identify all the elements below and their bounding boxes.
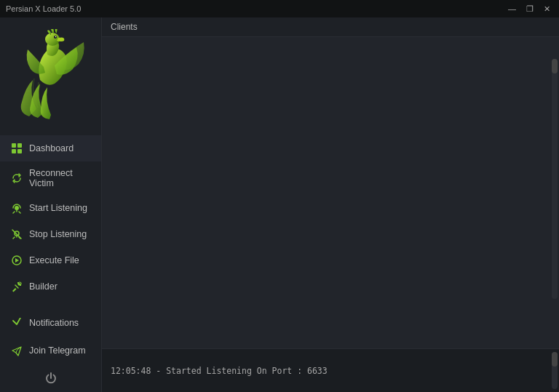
sidebar-item-join-telegram[interactable]: Join Telegram [0,337,101,364]
start-listening-label: Start Listening [29,203,87,213]
execute-file-icon [10,254,23,267]
stop-listening-icon [10,228,23,241]
builder-icon [10,280,23,293]
content-area: Clients 12:05:48 - Started Listening On … [102,17,559,392]
sidebar-item-reconnect-victim[interactable]: Reconnect Victim [0,161,101,195]
svg-point-2 [55,36,55,37]
reconnect-victim-label: Reconnect Victim [29,168,91,188]
notifications-icon [10,316,23,329]
maximize-button[interactable]: ❐ [523,5,536,13]
clients-label: Clients [111,22,138,32]
nav-items: Dashboard Reconnect Victim [0,132,101,303]
svg-rect-4 [17,143,22,148]
title-bar: Persian X Loader 5.0 — ❐ ✕ [0,0,559,17]
reconnect-icon [10,172,23,185]
start-listening-icon [10,201,23,215]
log-message: 12:05:48 - Started Listening On Port : 6… [111,366,550,376]
sidebar-item-dashboard[interactable]: Dashboard [0,135,101,161]
sidebar: Dashboard Reconnect Victim [0,17,102,392]
sidebar-item-notifications[interactable]: Notifications [0,310,101,336]
svg-rect-6 [17,149,22,153]
window-controls: — ❐ ✕ [505,5,553,13]
sidebar-bottom: Notifications Join Telegram [0,303,101,392]
execute-file-label: Execute File [29,255,79,265]
clients-panel [102,37,559,348]
stop-listening-label: Stop Listening [29,229,87,239]
svg-point-7 [15,206,19,210]
content-scrollbar[interactable] [552,59,558,299]
sidebar-item-start-listening[interactable]: Start Listening [0,195,101,221]
close-button[interactable]: ✕ [541,5,553,13]
builder-label: Builder [29,281,58,292]
clients-header: Clients [102,17,559,37]
svg-rect-5 [12,149,16,153]
join-telegram-label: Join Telegram [29,345,86,356]
main-layout: Dashboard Reconnect Victim [0,17,559,392]
telegram-icon [10,344,23,357]
notifications-label: Notifications [29,318,79,328]
power-button[interactable] [0,365,101,392]
dashboard-label: Dashboard [29,143,74,153]
phoenix-logo [15,29,87,124]
logo-area [0,17,101,132]
sidebar-item-execute-file[interactable]: Execute File [0,247,101,273]
sidebar-item-stop-listening[interactable]: Stop Listening [0,221,101,247]
minimize-button[interactable]: — [505,5,519,13]
sidebar-item-builder[interactable]: Builder [0,273,101,300]
log-area: 12:05:48 - Started Listening On Port : 6… [102,348,559,392]
app-title: Persian X Loader 5.0 [6,4,81,13]
log-scrollbar[interactable] [552,352,558,389]
svg-point-1 [54,36,57,39]
svg-rect-3 [12,143,16,148]
power-icon [44,371,58,389]
dashboard-icon [10,142,23,155]
